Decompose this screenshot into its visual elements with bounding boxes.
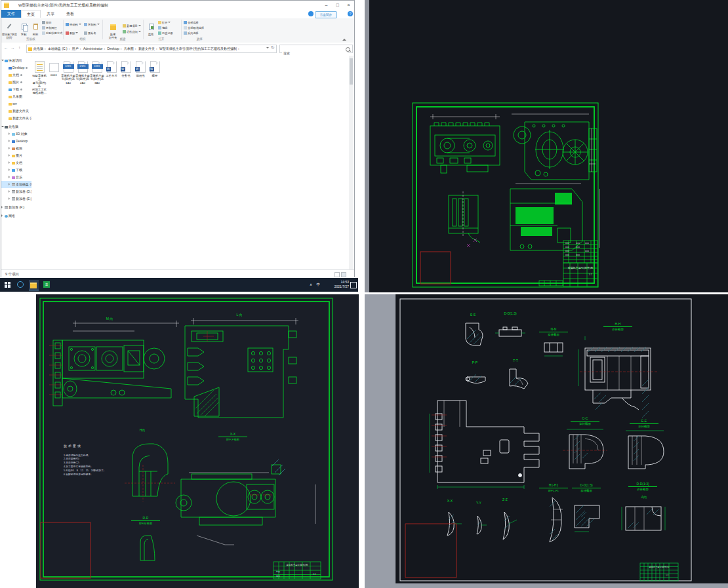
- section-label-dd3: D-D(1:3)旋转截面: [628, 482, 657, 492]
- move-to-button[interactable]: 移动到: [66, 22, 81, 28]
- tab-home[interactable]: 主页: [21, 10, 41, 18]
- select-all-icon: [184, 21, 187, 24]
- section-label-ee: E-E旋转截面: [630, 419, 658, 429]
- quick-access-icon: [5, 60, 8, 62]
- breadcrumb[interactable]: 此电脑› 本地磁盘 (C:)› 用户› Administrator› Deskt…: [26, 45, 277, 53]
- cortana-search-button[interactable]: [16, 280, 26, 290]
- open-button[interactable]: 打开: [158, 20, 171, 26]
- image-icon: [49, 63, 59, 72]
- section-label-dd1: D-D(1:3): [496, 311, 525, 315]
- pin-to-quick-access-button[interactable]: 固定到"快速 访问": [1, 20, 18, 40]
- windows-logo-icon: [5, 282, 10, 288]
- address-dropdown-icon[interactable]: [266, 47, 269, 50]
- file-item-task-book[interactable]: W 任务书: [119, 61, 133, 77]
- search-box[interactable]: [279, 45, 353, 53]
- downloads-icon: [9, 88, 12, 91]
- cad-sections-screenshot: 采煤机主牵引(部件)壳 1:2 S-S D-D(1:3) N-N旋转截面 H-H…: [365, 294, 728, 588]
- scrollbar-thumb[interactable]: [350, 58, 353, 85]
- refresh-icon[interactable]: ↻: [271, 45, 274, 50]
- sidebar-section-quick-access[interactable]: 快速访问: [1, 57, 31, 64]
- properties-button[interactable]: 属性: [145, 20, 157, 37]
- downloads-icon: [12, 169, 15, 172]
- copy-button[interactable]: 复制: [18, 20, 29, 37]
- file-item-dwg-1[interactable]: DWG 采煤机主牵 引(部件)壳 1A0: [61, 61, 75, 85]
- copy-to-button[interactable]: 复制到: [84, 22, 100, 28]
- shortcut-icon: [42, 31, 45, 35]
- search-icon: [346, 47, 350, 52]
- up-icon[interactable]: ↑: [18, 45, 20, 50]
- properties-icon: [148, 23, 155, 29]
- minimize-button[interactable]: –: [321, 1, 332, 9]
- crumb-desktop[interactable]: Desktop: [107, 45, 119, 52]
- thumbnail-view-icon[interactable]: [341, 272, 346, 277]
- cut-button[interactable]: 剪切: [42, 20, 51, 26]
- sidebar-section-this-pc[interactable]: 此电脑: [1, 123, 31, 130]
- action-center-icon[interactable]: [350, 282, 357, 288]
- start-button[interactable]: [3, 280, 12, 290]
- tab-view[interactable]: 查看: [60, 10, 80, 18]
- taskbar-explorer-button[interactable]: [29, 280, 39, 290]
- file-item-dwg-2[interactable]: DWG 采煤机主牵 引(部件)壳 2A0: [75, 61, 90, 85]
- close-button[interactable]: ×: [343, 1, 354, 9]
- chevron-down-icon: [138, 25, 141, 28]
- history-button[interactable]: 历史记录: [158, 31, 173, 36]
- help-icon[interactable]: ?: [348, 11, 353, 16]
- edit-button[interactable]: 编辑: [158, 26, 167, 31]
- folder-icon: [28, 47, 32, 51]
- crumb-administrator[interactable]: Administrator: [83, 45, 102, 52]
- folder-icon: [9, 103, 12, 106]
- crumb-drive-c[interactable]: 本地磁盘 (C:): [48, 45, 68, 52]
- invert-selection-button[interactable]: 反向选择: [184, 31, 199, 36]
- crumb-folder[interactable]: 凡拿图: [124, 45, 134, 52]
- new-item-button[interactable]: 新建项目: [123, 24, 141, 29]
- drive-icon: [12, 190, 15, 193]
- rename-button[interactable]: 重命名: [84, 31, 96, 36]
- page-fold-icon: [127, 61, 131, 65]
- file-item-dwg-3[interactable]: DWG 采煤机主牵 引(部件)壳 3A0: [90, 61, 104, 85]
- paste-button[interactable]: 粘贴: [30, 20, 41, 37]
- file-item-abstract[interactable]: W 摘要: [148, 61, 162, 77]
- chevron-right-icon: [9, 168, 11, 171]
- crumb-users[interactable]: 用户: [72, 45, 79, 52]
- maximize-button[interactable]: □: [332, 1, 343, 9]
- easy-access-button[interactable]: 轻松访问: [123, 29, 141, 35]
- collapse-ribbon-icon[interactable]: [342, 37, 346, 41]
- file-item-process-card[interactable]: W 工艺卡片: [104, 61, 119, 77]
- chevron-right-icon: [1, 206, 4, 208]
- file-item-manual[interactable]: W 说明书: [133, 61, 148, 77]
- forward-icon[interactable]: →: [10, 45, 15, 50]
- taskbar-green-app-button[interactable]: S: [42, 280, 52, 290]
- ime-indicator[interactable]: 中: [317, 283, 321, 294]
- details-view-icon[interactable]: [334, 272, 340, 277]
- open-icon: [158, 21, 161, 24]
- back-icon[interactable]: ←: [4, 45, 9, 50]
- view-label-l: L 向: [225, 313, 254, 317]
- copy-path-button[interactable]: 复制路径: [42, 26, 57, 31]
- section-label-xx: X-X即F-F视图: [218, 432, 247, 442]
- cloud-sync-button[interactable]: 云盘同步: [315, 11, 337, 18]
- select-none-button[interactable]: 全部取消选择: [184, 26, 204, 31]
- delete-button[interactable]: 删除: [66, 31, 78, 36]
- crumb-new-folder[interactable]: 新建文件夹: [138, 45, 155, 52]
- paste-shortcut-button[interactable]: 粘贴快捷方式: [42, 31, 62, 36]
- chevron-right-icon: [1, 214, 4, 217]
- select-all-button[interactable]: 全部选择: [184, 20, 199, 26]
- taskbar-clock[interactable]: 14:53 2021/7/27: [334, 280, 349, 289]
- title-block-scale: 1:2: [589, 273, 592, 276]
- tab-file[interactable]: 文件: [1, 10, 21, 18]
- title-bar[interactable]: W型采煤机主牵引(部件)壳的加工工艺规程及数控编制 – □ ×: [1, 1, 354, 10]
- dwg-file-icon: DWG: [78, 61, 88, 73]
- sidebar-item-volume-f[interactable]: 新加卷 (F:): [1, 204, 31, 211]
- chevron-down-icon: [97, 24, 100, 26]
- sidebar-item-network[interactable]: 网络: [1, 212, 31, 220]
- file-item-project-doc[interactable]: W型采煤机主 牵引(部件)壳 的加工工艺 规程及数...: [32, 61, 47, 95]
- crumb-current-folder[interactable]: W型采煤机主牵引(部件)壳的加工工艺规程及数控编制: [159, 45, 237, 52]
- tray-expand-icon[interactable]: ∧: [310, 283, 312, 294]
- scrollbar[interactable]: [349, 56, 354, 269]
- file-item-0001[interactable]: 0001: [47, 61, 61, 77]
- select-none-icon: [184, 26, 187, 29]
- tab-share[interactable]: 共享: [41, 10, 60, 18]
- page-fold-icon: [142, 61, 146, 65]
- crumb-this-pc[interactable]: 此电脑: [33, 45, 43, 52]
- pin-icon: [20, 88, 22, 90]
